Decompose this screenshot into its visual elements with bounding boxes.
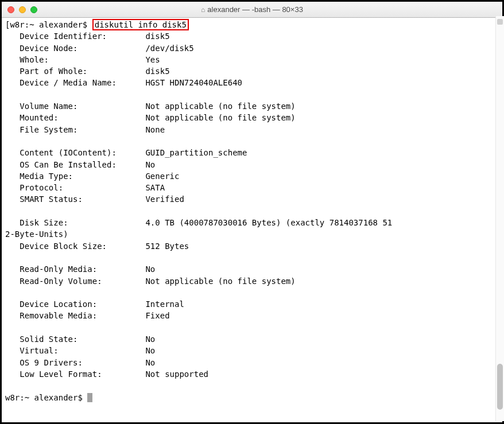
- traffic-lights: [7, 6, 37, 13]
- scroll-thumb[interactable]: [497, 364, 503, 410]
- command-output: Device Identifier: disk5 Device Node: /d…: [5, 32, 392, 379]
- prompt-line-2: w8r:~ alexander$: [5, 393, 87, 402]
- prompt-line: [w8r:~ alexander$ diskutil info disk5: [5, 19, 189, 30]
- terminal-content[interactable]: [w8r:~ alexander$ diskutil info disk5 De…: [2, 18, 502, 422]
- cursor: [87, 393, 92, 402]
- home-icon: ⌂: [201, 6, 205, 14]
- highlighted-command: diskutil info disk5: [92, 19, 189, 30]
- scroll-indicator-icon: [497, 19, 503, 25]
- title-text: alexander — -bash — 80×33: [207, 5, 303, 14]
- scrollbar[interactable]: [495, 16, 504, 421]
- maximize-button[interactable]: [30, 6, 37, 13]
- window-titlebar: ⌂ alexander — -bash — 80×33: [2, 2, 502, 18]
- window-title: ⌂ alexander — -bash — 80×33: [201, 5, 303, 14]
- minimize-button[interactable]: [19, 6, 26, 13]
- prompt-text: w8r:~ alexander$: [10, 20, 92, 29]
- close-button[interactable]: [7, 6, 14, 13]
